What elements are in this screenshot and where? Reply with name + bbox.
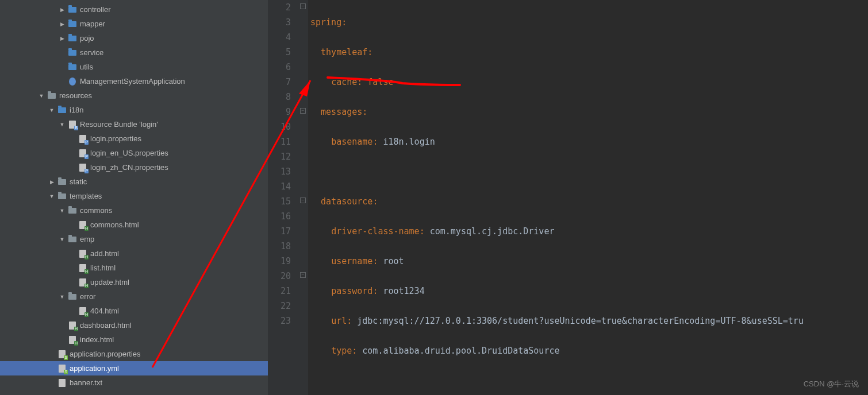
line-number: 9 [268,104,291,119]
tree-item-banner[interactable]: ▶ banner.txt [0,375,268,390]
tree-label: application.properties [70,350,141,358]
project-tree[interactable]: ▶ controller ▶ mapper ▶ pojo ▶ service ▶… [0,0,268,390]
tree-label: i18n [70,106,84,114]
tree-item-resources[interactable]: ▼ resources [0,88,268,103]
tree-item-error[interactable]: ▼ error [0,289,268,304]
folder-icon [68,292,77,301]
code-line[interactable]: driver-class-name: com.mysql.cj.jdbc.Dri… [310,224,868,239]
fold-gutter[interactable]: − − − − [299,0,308,395]
code-line[interactable] [310,373,868,388]
properties-file-icon: P [78,134,87,144]
line-number: 7 [268,75,291,90]
chevron-right-icon[interactable]: ▶ [47,177,56,187]
chevron-right-icon[interactable]: ▶ [57,20,67,29]
folder-icon [57,106,67,115]
tree-label: static [70,177,87,186]
code-line[interactable]: type: com.alibaba.druid.pool.DruidDataSo… [310,343,868,358]
tree-item-add-html[interactable]: ▶ H add.html [0,246,268,261]
code-content[interactable]: spring: thymeleaf: cache: false messages… [308,0,868,395]
tree-item-app-properties[interactable]: ▶ S application.properties [0,347,268,361]
tree-label: service [80,48,103,57]
folder-icon [57,192,67,201]
code-line[interactable]: datasource: [310,194,868,209]
code-editor[interactable]: 2 3 4 5 6 7 8 9 10 11 12 13 14 15 16 17 … [268,0,868,395]
chevron-down-icon[interactable]: ▼ [57,235,67,244]
tree-item-update-html[interactable]: ▶ H update.html [0,275,268,289]
code-line[interactable]: cache: false [310,75,868,90]
fold-toggle-icon[interactable]: − [300,3,306,9]
tree-label: Resource Bundle 'login' [80,120,158,129]
chevron-down-icon[interactable]: ▼ [57,120,67,129]
spring-config-icon: S [57,364,67,373]
code-line[interactable] [310,164,868,179]
code-line[interactable]: spring: [310,15,868,30]
chevron-down-icon[interactable]: ▼ [47,106,56,115]
line-number: 16 [268,209,291,224]
tree-item-login-zh[interactable]: ▶ P login_zh_CN.properties [0,160,268,175]
folder-icon [57,177,67,187]
tree-label: index.html [80,335,114,344]
text-file-icon [57,378,67,388]
code-line[interactable]: password: root1234 [310,284,868,299]
tree-label: application.yml [70,364,119,373]
tree-label: commons [80,206,112,215]
line-number: 17 [268,224,291,239]
tree-label: login.properties [90,134,141,143]
tree-item-login-prop[interactable]: ▶ P login.properties [0,131,268,146]
line-number-gutter: 2 3 4 5 6 7 8 9 10 11 12 13 14 15 16 17 … [268,0,299,395]
html-file-icon: H [68,335,77,344]
line-number: 14 [268,179,291,194]
tree-item-commons-html[interactable]: ▶ H commons.html [0,218,268,232]
folder-icon [68,206,77,215]
tree-item-mapper[interactable]: ▶ mapper [0,17,268,31]
tree-item-list-html[interactable]: ▶ H list.html [0,261,268,275]
folder-icon [68,63,77,72]
tree-item-app-yml[interactable]: ▶ S application.yml [0,361,268,375]
fold-toggle-icon[interactable]: − [300,272,306,278]
line-number: 18 [268,239,291,254]
chevron-down-icon[interactable]: ▼ [37,91,46,100]
class-icon [68,77,77,86]
tree-item-pojo[interactable]: ▶ pojo [0,31,268,45]
tree-label: pojo [80,34,94,42]
spring-config-icon: S [57,350,67,359]
code-line[interactable]: messages: [310,104,868,119]
tree-label: mapper [80,20,105,28]
tree-item-login-en[interactable]: ▶ P login_en_US.properties [0,146,268,160]
tree-item-emp[interactable]: ▼ emp [0,232,268,246]
chevron-down-icon[interactable]: ▼ [47,192,56,201]
properties-file-icon: P [78,163,87,172]
folder-icon [68,235,77,244]
tree-item-controller[interactable]: ▶ controller [0,2,268,17]
tree-item-commons[interactable]: ▼ commons [0,203,268,218]
line-number: 6 [268,60,291,75]
tree-item-404[interactable]: ▶ H 404.html [0,304,268,318]
chevron-down-icon[interactable]: ▼ [57,292,67,301]
line-number: 3 [268,15,291,30]
folder-icon [68,5,77,14]
fold-toggle-icon[interactable]: − [300,108,306,114]
code-line[interactable]: url: jdbc:mysql://127.0.0.1:3306/student… [310,313,868,328]
tree-item-utils[interactable]: ▶ utils [0,60,268,74]
tree-item-app-class[interactable]: ▶ ManagementSystemApplication [0,74,268,88]
html-file-icon: H [78,307,87,316]
code-line[interactable]: thymeleaf: [310,45,868,60]
code-line[interactable]: username: root [310,254,868,269]
resources-folder-icon [47,91,56,100]
tree-item-templates[interactable]: ▼ templates [0,189,268,203]
chevron-down-icon[interactable]: ▼ [57,206,67,215]
chevron-right-icon[interactable]: ▶ [57,5,67,14]
tree-label: emp [80,235,94,243]
project-tree-panel[interactable]: ▶ controller ▶ mapper ▶ pojo ▶ service ▶… [0,0,268,395]
tree-item-static[interactable]: ▶ static [0,175,268,189]
chevron-right-icon[interactable]: ▶ [57,34,67,43]
tree-item-service[interactable]: ▶ service [0,45,268,60]
tree-item-i18n[interactable]: ▼ i18n [0,103,268,117]
tree-item-bundle[interactable]: ▼ B Resource Bundle 'login' [0,117,268,131]
tree-item-index[interactable]: ▶ H index.html [0,332,268,347]
fold-toggle-icon[interactable]: − [300,198,306,203]
tree-item-dashboard[interactable]: ▶ H dashboard.html [0,318,268,332]
line-number: 11 [268,134,291,149]
tree-label: templates [70,192,102,200]
code-line[interactable]: basename: i18n.login [310,134,868,149]
